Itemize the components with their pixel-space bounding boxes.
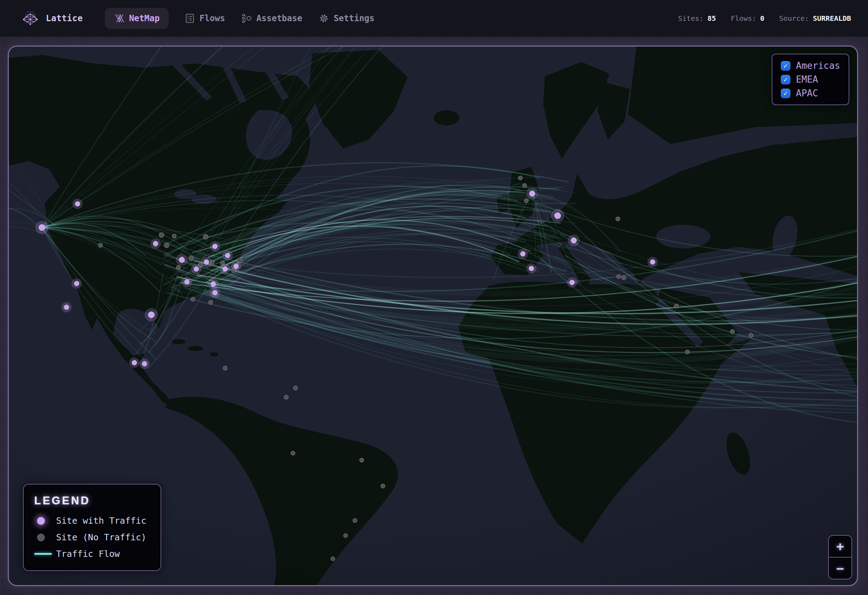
tab-netmap[interactable]: NetMap: [105, 8, 169, 29]
site-marker-no-traffic[interactable]: [616, 217, 620, 221]
site-marker-no-traffic[interactable]: [331, 557, 335, 561]
site-marker-no-traffic[interactable]: [191, 297, 195, 301]
region-filter-apac[interactable]: ✓ APAC: [781, 88, 840, 99]
site-marker-no-traffic[interactable]: [622, 276, 626, 280]
site-marker-traffic[interactable]: [520, 252, 526, 257]
site-marker-no-traffic[interactable]: [294, 386, 298, 390]
site-marker-traffic[interactable]: [650, 259, 655, 264]
site-marker-no-traffic[interactable]: [523, 183, 527, 188]
site-marker-traffic[interactable]: [75, 202, 80, 207]
site-marker-traffic[interactable]: [570, 280, 574, 285]
site-marker-traffic[interactable]: [153, 241, 158, 246]
site-marker-no-traffic[interactable]: [284, 395, 288, 399]
traffic-flow-swatch-icon: [34, 553, 52, 555]
legend-title: LEGEND: [34, 495, 146, 507]
site-marker-traffic[interactable]: [185, 279, 189, 285]
legend-label: Site with Traffic: [56, 515, 146, 526]
stat-sites: Sites: 85: [678, 14, 716, 22]
site-marker-no-traffic[interactable]: [172, 234, 176, 238]
site-marker-traffic[interactable]: [571, 238, 577, 243]
site-marker-traffic[interactable]: [39, 224, 45, 231]
site-marker-traffic[interactable]: [554, 213, 561, 219]
site-marker-traffic[interactable]: [213, 244, 217, 249]
tab-flows[interactable]: Flows: [185, 8, 225, 29]
site-marker-traffic[interactable]: [142, 362, 147, 366]
assetbase-icon: [241, 13, 252, 24]
stat-value: SURREALDB: [813, 14, 851, 22]
brand-name: Lattice: [46, 13, 83, 23]
site-marker-no-traffic[interactable]: [291, 451, 295, 455]
site-marker-traffic[interactable]: [64, 305, 69, 310]
checkbox-americas[interactable]: ✓: [781, 61, 790, 71]
world-map-canvas[interactable]: ✓ Americas ✓ EMEA ✓ APAC LEGEND Site wit…: [8, 46, 858, 586]
lattice-logo-icon: [21, 9, 40, 28]
site-marker-traffic[interactable]: [213, 290, 217, 295]
zoom-controls: + −: [828, 535, 852, 579]
netmap-icon: [114, 13, 124, 24]
zoom-out-button[interactable]: −: [829, 557, 852, 579]
site-marker-traffic[interactable]: [74, 281, 79, 286]
site-marker-no-traffic[interactable]: [674, 304, 679, 309]
region-filter-emea[interactable]: ✓ EMEA: [781, 74, 840, 85]
settings-gear-icon: [319, 13, 329, 24]
site-marker-no-traffic[interactable]: [164, 243, 169, 248]
site-marker-traffic[interactable]: [529, 191, 535, 196]
region-filter-americas[interactable]: ✓ Americas: [781, 61, 840, 71]
site-marker-no-traffic[interactable]: [518, 176, 523, 180]
tab-label: Settings: [334, 13, 375, 23]
site-marker-no-traffic[interactable]: [99, 243, 103, 247]
traffic-site-swatch-icon: [37, 517, 45, 525]
site-marker-traffic[interactable]: [179, 257, 185, 263]
flow-arc: [9, 208, 37, 226]
site-marker-no-traffic[interactable]: [343, 534, 348, 538]
brand: Lattice: [21, 9, 83, 28]
top-bar: Lattice NetMap: [0, 0, 868, 37]
region-label: Americas: [796, 61, 840, 71]
site-marker-no-traffic[interactable]: [223, 366, 227, 370]
legend-label: Traffic Flow: [56, 549, 120, 559]
site-marker-traffic[interactable]: [529, 266, 534, 271]
site-marker-traffic[interactable]: [148, 312, 155, 318]
site-marker-traffic[interactable]: [204, 259, 209, 264]
header-stats: Sites: 85 Flows: 0 Source: SURREALDB: [678, 14, 851, 22]
checkbox-check-icon: ✓: [784, 89, 788, 97]
flow-arc: [9, 154, 49, 216]
site-marker-no-traffic[interactable]: [208, 300, 213, 304]
site-marker-no-traffic[interactable]: [176, 266, 181, 270]
site-marker-no-traffic[interactable]: [685, 350, 689, 354]
site-marker-no-traffic[interactable]: [353, 518, 357, 523]
site-marker-no-traffic[interactable]: [159, 233, 164, 238]
site-marker-no-traffic[interactable]: [731, 329, 735, 334]
site-marker-traffic[interactable]: [223, 266, 227, 272]
site-marker-no-traffic[interactable]: [524, 198, 528, 202]
stat-value: 85: [707, 14, 716, 22]
site-marker-no-traffic[interactable]: [381, 484, 385, 488]
site-marker-traffic[interactable]: [194, 266, 199, 272]
site-marker-traffic[interactable]: [211, 282, 216, 286]
stat-label: Flows:: [731, 14, 756, 22]
site-marker-no-traffic[interactable]: [360, 458, 364, 462]
region-filter-panel: ✓ Americas ✓ EMEA ✓ APAC: [772, 54, 849, 105]
zoom-in-button[interactable]: +: [829, 536, 852, 557]
site-marker-traffic[interactable]: [225, 253, 230, 258]
checkbox-check-icon: ✓: [784, 62, 788, 69]
legend-item-traffic-site: Site with Traffic: [34, 515, 146, 526]
site-marker-no-traffic[interactable]: [189, 256, 194, 261]
tab-label: Flows: [199, 13, 225, 23]
site-marker-no-traffic[interactable]: [749, 333, 753, 337]
flow-arc: [535, 233, 857, 284]
tab-settings[interactable]: Settings: [319, 8, 375, 29]
checkbox-apac[interactable]: ✓: [781, 89, 790, 98]
site-marker-no-traffic[interactable]: [617, 275, 621, 279]
netmap-app: Lattice NetMap: [0, 0, 868, 595]
flow-arc: [42, 47, 385, 227]
stat-flows: Flows: 0: [731, 14, 764, 22]
flow-arc: [42, 47, 177, 227]
tab-assetbase[interactable]: Assetbase: [241, 8, 303, 29]
site-marker-traffic[interactable]: [132, 360, 137, 365]
checkbox-emea[interactable]: ✓: [781, 75, 790, 84]
region-label: APAC: [796, 88, 818, 99]
site-marker-no-traffic[interactable]: [203, 234, 208, 239]
flow-arc: [9, 174, 38, 215]
site-marker-traffic[interactable]: [233, 264, 239, 269]
